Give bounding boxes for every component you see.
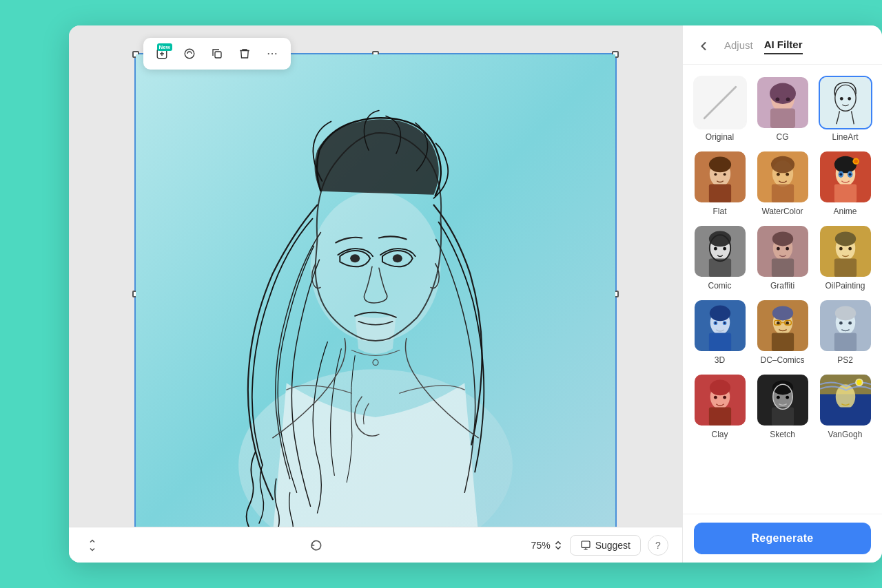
- image-bg: [136, 54, 615, 534]
- svg-rect-34: [771, 184, 793, 202]
- filter-label-dccomics: DC–Comics: [760, 355, 804, 365]
- filter-thumb-watercolor: [756, 150, 810, 204]
- filter-item-ps2[interactable]: PS2: [817, 299, 874, 365]
- filter-item-oilpainting[interactable]: OilPainting: [817, 224, 874, 291]
- svg-rect-57: [771, 258, 793, 277]
- filter-thumb-lineart: [819, 76, 872, 129]
- svg-point-21: [786, 97, 790, 101]
- svg-point-70: [709, 306, 730, 322]
- svg-point-100: [786, 396, 789, 399]
- filter-label-ps2: PS2: [837, 355, 853, 365]
- svg-rect-85: [834, 333, 856, 351]
- canvas-wrapper: [134, 53, 617, 535]
- filter-item-anime[interactable]: Anime: [817, 150, 874, 216]
- filter-thumb-vangogh: [819, 373, 872, 427]
- svg-point-19: [770, 83, 796, 104]
- svg-rect-105: [834, 407, 856, 426]
- svg-point-59: [776, 247, 779, 251]
- suggest-label: Suggest: [595, 540, 630, 551]
- svg-point-80: [786, 322, 789, 325]
- more-tool-button[interactable]: [260, 42, 284, 65]
- svg-point-20: [775, 97, 779, 101]
- svg-point-74: [724, 322, 726, 324]
- regenerate-button[interactable]: Regenerate: [694, 523, 871, 554]
- tab-ai-filter[interactable]: AI Filter: [764, 39, 803, 54]
- filter-label-comic: Comic: [708, 281, 731, 291]
- svg-point-98: [772, 381, 792, 395]
- help-button[interactable]: ?: [648, 535, 668, 556]
- svg-point-35: [770, 156, 794, 174]
- tab-adjust[interactable]: Adjust: [724, 39, 753, 54]
- svg-point-53: [723, 247, 726, 251]
- filter-thumb-clay: [693, 373, 747, 427]
- svg-point-24: [839, 97, 843, 101]
- filter-item-comic[interactable]: Comic: [691, 224, 748, 291]
- svg-point-47: [854, 159, 858, 163]
- mask-tool-button[interactable]: [178, 42, 201, 65]
- filter-thumb-oilpainting: [819, 224, 872, 278]
- svg-point-1: [185, 49, 194, 59]
- svg-rect-77: [771, 333, 793, 351]
- duplicate-tool-button[interactable]: [205, 42, 229, 65]
- zoom-control[interactable]: 75%: [531, 540, 563, 551]
- ai-tool-button[interactable]: New: [150, 42, 174, 65]
- svg-point-30: [714, 173, 717, 176]
- svg-rect-2: [215, 52, 221, 58]
- svg-rect-69: [708, 333, 730, 351]
- svg-rect-97: [771, 407, 793, 426]
- svg-point-60: [786, 247, 789, 251]
- collapse-button[interactable]: [83, 536, 102, 555]
- svg-point-29: [708, 157, 730, 173]
- delete-tool-button[interactable]: [233, 42, 256, 65]
- filter-item-lineart[interactable]: LineArt: [817, 76, 874, 142]
- filter-item-graffiti[interactable]: Graffiti: [754, 224, 811, 291]
- svg-point-52: [713, 247, 717, 251]
- suggest-button[interactable]: Suggest: [570, 535, 641, 556]
- svg-point-88: [848, 322, 852, 325]
- bottom-bar: 75% Suggest ?: [69, 527, 682, 563]
- svg-point-87: [839, 322, 842, 325]
- svg-point-3: [268, 53, 269, 54]
- svg-point-64: [834, 232, 855, 246]
- filter-item-sketch[interactable]: Sketch: [754, 373, 811, 439]
- svg-point-78: [772, 306, 792, 321]
- toolbar: New: [143, 38, 291, 70]
- filter-item-watercolor[interactable]: WaterColor: [754, 150, 811, 216]
- help-label: ?: [655, 540, 661, 551]
- svg-point-99: [776, 396, 779, 399]
- filter-item-original[interactable]: Original: [691, 76, 748, 142]
- svg-rect-40: [834, 184, 856, 202]
- svg-point-79: [776, 322, 779, 325]
- svg-rect-91: [708, 407, 730, 426]
- filter-item-clay[interactable]: Clay: [691, 373, 748, 439]
- svg-point-92: [709, 380, 730, 396]
- filter-label-watercolor: WaterColor: [761, 207, 803, 216]
- filter-thumb-original: [693, 76, 747, 129]
- canvas-image: [136, 54, 615, 534]
- refresh-button[interactable]: [305, 534, 327, 556]
- bottom-left: [83, 536, 102, 555]
- filter-item-dccomics[interactable]: DC–Comics: [754, 299, 811, 365]
- filter-thumb-graffiti: [756, 224, 810, 278]
- svg-point-107: [857, 380, 862, 386]
- filter-label-oilpainting: OilPainting: [825, 281, 865, 291]
- regenerate-area: Regenerate: [683, 514, 882, 563]
- filter-thumb-flat: [693, 150, 747, 204]
- filter-grid: Original CG: [683, 65, 882, 514]
- back-button[interactable]: [694, 36, 713, 56]
- bottom-right: 75% Suggest ?: [531, 535, 668, 556]
- filter-item-3d[interactable]: 3D: [691, 299, 748, 365]
- filter-thumb-dccomics: [756, 299, 810, 353]
- zoom-value: 75%: [531, 540, 551, 551]
- filter-label-cg: CG: [777, 132, 789, 142]
- filter-label-original: Original: [706, 132, 734, 142]
- canvas-area: New: [69, 25, 682, 563]
- filter-item-vangogh[interactable]: VanGogh: [817, 373, 874, 439]
- filter-thumb-3d: [693, 299, 747, 353]
- svg-point-4: [271, 53, 273, 54]
- right-panel: Adjust AI Filter Original: [682, 25, 882, 563]
- svg-point-94: [723, 396, 726, 399]
- filter-thumb-sketch: [756, 373, 810, 427]
- filter-item-flat[interactable]: Flat: [691, 150, 748, 216]
- filter-item-cg[interactable]: CG: [754, 76, 811, 142]
